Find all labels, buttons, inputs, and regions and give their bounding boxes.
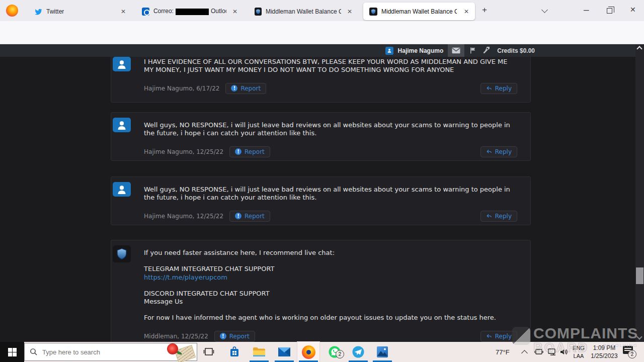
reply-arrow-icon	[486, 149, 492, 155]
tab-close-icon[interactable]: ✕	[119, 7, 128, 16]
wrench-icon[interactable]	[481, 47, 490, 54]
time-label: 1:09 PM	[588, 344, 621, 352]
windows-logo-icon	[8, 348, 17, 356]
tab-close-icon[interactable]: ✕	[462, 7, 471, 16]
weather-widget[interactable]: 77°F	[496, 342, 510, 362]
new-tab-button[interactable]: +	[482, 6, 487, 14]
report-info-icon: !	[235, 148, 242, 155]
playerup-shield-icon	[255, 8, 262, 16]
twitter-icon	[34, 8, 42, 16]
credits-label[interactable]: Credits $0.00	[497, 47, 535, 54]
tab-title: Twitter	[46, 8, 64, 15]
person-avatar-icon[interactable]	[113, 118, 131, 132]
intro-line: If you need faster assistance here, I re…	[144, 249, 514, 257]
person-avatar-icon[interactable]	[113, 182, 131, 197]
reply-arrow-icon	[486, 333, 492, 339]
cast-tray-icon[interactable]	[534, 348, 543, 356]
site-navbar: Hajime Nagumo Credits $0.00	[0, 44, 644, 57]
start-button[interactable]	[0, 342, 24, 362]
report-info-icon: !	[220, 333, 226, 339]
outro-line: For now I have informed the agent who is…	[144, 314, 514, 322]
author-timestamp: Hajime Nagumo, 12/25/22	[144, 213, 223, 220]
reply-arrow-icon	[486, 213, 492, 219]
window-close-button[interactable]: ✕	[630, 6, 636, 13]
telegram-icon	[352, 345, 365, 358]
discord-message-us[interactable]: Message Us	[144, 298, 183, 305]
report-button[interactable]: !Report	[214, 331, 255, 342]
language-indicator[interactable]: ENGLAA	[570, 344, 587, 360]
discord-block: DISCORD INTEGRATED CHAT SUPPORTMessage U…	[144, 290, 514, 306]
envelope-icon	[452, 47, 460, 54]
volume-tray-icon[interactable]	[559, 348, 569, 356]
mail-button[interactable]	[273, 342, 295, 362]
author-timestamp: Middleman, 12/25/22	[144, 333, 208, 340]
scrollbar-thumb[interactable]	[636, 267, 643, 284]
firefox-logo-icon	[6, 5, 18, 17]
taskbar-search-box[interactable]	[24, 343, 197, 361]
tab-title: Middleman Wallet Balance Cash	[266, 8, 341, 15]
telegram-link[interactable]: https://t.me/playerupcom	[144, 274, 227, 281]
message-footer: Hajime Nagumo, 12/25/22 !Report Reply	[144, 146, 517, 158]
person-avatar-icon[interactable]	[113, 57, 131, 71]
reply-button[interactable]: Reply	[480, 83, 517, 94]
reply-button[interactable]: Reply	[480, 211, 517, 222]
search-icon	[30, 348, 38, 356]
tab-middleman-2-active[interactable]: Middleman Wallet Balance Cash ✕	[363, 3, 475, 20]
message-card: If you need faster assistance here, I re…	[111, 240, 531, 342]
rose-widget-image	[163, 342, 195, 362]
playerup-shield-icon	[369, 8, 377, 16]
tab-outlook[interactable]: Correo:Outlook ✕	[136, 3, 244, 20]
tab-close-icon[interactable]: ✕	[345, 7, 354, 16]
report-button[interactable]: !Report	[229, 211, 270, 222]
clock-widget[interactable]: 1:09 PM1/25/2023	[588, 344, 621, 360]
username-label[interactable]: Hajime Nagumo	[398, 47, 444, 54]
message-text: I HAVE EVIDENCE OF ALL OUR CONVERSATIONS…	[144, 57, 514, 74]
inbox-button[interactable]	[448, 44, 464, 57]
middleman-shield-avatar-icon[interactable]	[113, 245, 131, 262]
scroll-up-arrow-icon[interactable]	[636, 46, 642, 51]
tab-title: Middleman Wallet Balance Cash	[381, 8, 457, 15]
message-footer: Hajime Nagumo, 12/25/22 !Report Reply	[144, 210, 517, 222]
user-avatar[interactable]	[385, 47, 393, 55]
conversation-thread: I HAVE EVIDENCE OF ALL OUR CONVERSATIONS…	[0, 57, 635, 342]
tab-middleman-1[interactable]: Middleman Wallet Balance Cash ✕	[249, 3, 358, 20]
outlook-icon	[142, 8, 149, 16]
reply-button[interactable]: Reply	[480, 331, 517, 342]
list-tabs-chevron-icon[interactable]	[541, 7, 548, 13]
task-view-button[interactable]	[198, 342, 220, 362]
photos-button[interactable]	[371, 342, 393, 362]
network-tray-icon[interactable]	[547, 348, 556, 356]
reply-arrow-icon	[486, 85, 492, 92]
flag-icon[interactable]	[469, 47, 477, 54]
whatsapp-button[interactable]: 2	[324, 342, 346, 362]
taskbar-search-input[interactable]	[42, 348, 143, 356]
tab-twitter[interactable]: Twitter ✕	[28, 3, 132, 20]
message-card: I HAVE EVIDENCE OF ALL OUR CONVERSATIONS…	[111, 57, 531, 103]
window-restore-button[interactable]	[607, 8, 612, 14]
telegram-block: TELEGRAM INTEGRATED CHAT SUPPORThttps://…	[144, 265, 514, 282]
browser-toolbar: ← → https://www.playerup.com/conversatio…	[0, 21, 644, 44]
file-explorer-button[interactable]	[248, 342, 270, 362]
message-text: Well guys, NO RESPONSE, i will just leav…	[144, 177, 514, 202]
tab-close-icon[interactable]: ✕	[230, 7, 239, 16]
tab-title: Correo:Outlook	[153, 8, 226, 15]
action-center-button[interactable]: 2	[623, 346, 633, 354]
date-label: 1/25/2023	[588, 352, 621, 360]
message-text: If you need faster assistance here, I re…	[144, 240, 514, 322]
show-hidden-icons-chevron[interactable]	[521, 350, 528, 356]
firefox-button[interactable]	[297, 342, 319, 362]
page-scrollbar[interactable]	[635, 44, 644, 342]
microsoft-store-button[interactable]	[223, 342, 246, 362]
report-button[interactable]: !Report	[229, 146, 270, 157]
report-button[interactable]: !Report	[225, 83, 266, 94]
firefox-icon	[302, 345, 315, 359]
windows-taskbar: 2 77°F ENGLAA 1:09 PM1/25/2023 2	[0, 342, 644, 362]
message-card: Well guys, NO RESPONSE, i will just leav…	[111, 176, 531, 225]
message-text: Well guys, NO RESPONSE, i will just leav…	[144, 113, 514, 138]
scroll-down-arrow-icon[interactable]	[636, 334, 642, 339]
window-minimize-button[interactable]: –	[584, 5, 589, 14]
reply-button[interactable]: Reply	[480, 146, 517, 157]
notification-badge: 2	[628, 350, 636, 358]
author-timestamp: Hajime Nagumo, 12/25/22	[144, 148, 223, 155]
telegram-button[interactable]	[347, 342, 369, 362]
